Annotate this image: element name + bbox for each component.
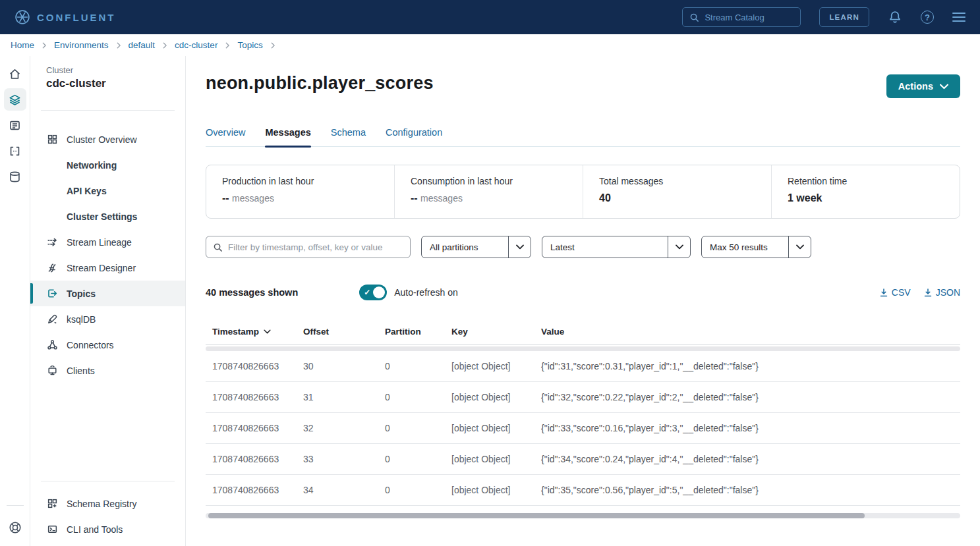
sidebar-item-label: Stream Designer xyxy=(67,263,136,273)
grid-icon xyxy=(46,134,58,145)
sidebar-item-label: Clients xyxy=(67,366,95,376)
topics-icon xyxy=(46,288,58,299)
column-header-partition[interactable]: Partition xyxy=(378,327,445,337)
chevron-right-icon xyxy=(225,42,230,49)
download-icon xyxy=(880,288,888,297)
tab-overview[interactable]: Overview xyxy=(206,127,245,146)
flink-icon[interactable] xyxy=(4,140,26,162)
messages-table: Timestamp Offset Partition Key Value 170… xyxy=(206,319,960,518)
database-icon[interactable] xyxy=(4,165,26,188)
table-row[interactable]: 1708740826663 31 0 [object Object] {"id"… xyxy=(206,382,960,413)
breadcrumb-link-cdc-cluster[interactable]: cdc-cluster xyxy=(175,40,217,50)
auto-refresh-label: Auto-refresh on xyxy=(394,287,458,298)
lineage-icon xyxy=(46,236,58,248)
cell-offset: 32 xyxy=(297,423,378,433)
sidebar-item-networking[interactable]: Networking xyxy=(30,152,185,178)
column-header-timestamp[interactable]: Timestamp xyxy=(206,327,297,337)
message-filters: All partitions Latest Max 50 results xyxy=(206,236,960,258)
table-top-scrollbar[interactable] xyxy=(206,346,960,351)
clients-monitor-icon xyxy=(46,365,58,376)
learn-button[interactable]: LEARN xyxy=(819,7,869,27)
sidebar-item-stream-lineage[interactable]: Stream Lineage xyxy=(30,229,185,255)
stat-consumption: Consumption in last hour -- messages xyxy=(395,165,583,218)
sidebar-item-ksqldb[interactable]: ksqlDB xyxy=(30,306,185,332)
table-row[interactable]: 1708740826663 33 0 [object Object] {"id"… xyxy=(206,444,960,475)
message-filter-input[interactable] xyxy=(228,242,403,252)
sidebar-item-connectors[interactable]: Connectors xyxy=(30,332,185,358)
cell-timestamp: 1708740826663 xyxy=(206,485,297,495)
table-row[interactable]: 1708740826663 30 0 [object Object] {"id"… xyxy=(206,351,960,382)
table-row[interactable]: 1708740826663 34 0 [object Object] {"id"… xyxy=(206,475,960,506)
notifications-bell-icon[interactable] xyxy=(888,10,902,24)
sidebar-item-cluster-settings[interactable]: Cluster Settings xyxy=(30,204,185,229)
breadcrumb-link-environments[interactable]: Environments xyxy=(54,40,109,50)
stream-catalog-search[interactable] xyxy=(682,7,801,27)
support-globe-icon[interactable] xyxy=(4,516,26,539)
chevron-down-icon xyxy=(668,236,690,258)
column-header-value[interactable]: Value xyxy=(534,327,960,337)
stat-total-messages: Total messages 40 xyxy=(583,165,772,218)
check-icon: ✓ xyxy=(364,288,370,297)
message-filter-search[interactable] xyxy=(206,236,411,258)
json-download-link[interactable]: JSON xyxy=(924,287,960,298)
scrollbar-thumb[interactable] xyxy=(208,513,865,518)
sort-caret-icon xyxy=(264,329,271,334)
page-title: neon.public.player_scores xyxy=(206,73,434,94)
confluent-brand[interactable]: CONFLUENT xyxy=(14,9,116,25)
actions-button[interactable]: Actions xyxy=(886,74,960,98)
order-select[interactable]: Latest xyxy=(542,236,691,258)
messages-count: 40 messages shown xyxy=(206,287,298,298)
sidebar-item-stream-designer[interactable]: Stream Designer xyxy=(30,255,185,281)
cell-offset: 31 xyxy=(297,392,378,402)
help-icon[interactable]: ? xyxy=(921,11,934,24)
table-row[interactable]: 1708740826663 32 0 [object Object] {"id"… xyxy=(206,413,960,444)
cell-offset: 30 xyxy=(297,361,378,371)
environment-stack-icon[interactable] xyxy=(4,88,26,111)
brand-name: CONFLUENT xyxy=(37,12,116,23)
home-icon[interactable] xyxy=(4,63,26,85)
sidebar-item-label: Topics xyxy=(67,288,96,299)
tab-configuration[interactable]: Configuration xyxy=(386,127,442,146)
horizontal-scrollbar[interactable] xyxy=(206,513,960,518)
sidebar-item-api-keys[interactable]: API Keys xyxy=(30,178,185,204)
breadcrumb-link-topics[interactable]: Topics xyxy=(237,40,262,50)
limit-select[interactable]: Max 50 results xyxy=(701,236,811,258)
sidebar-item-schema-registry[interactable]: Schema Registry xyxy=(30,491,185,516)
cluster-sidebar: Cluster cdc-cluster Cluster Overview Net… xyxy=(30,56,186,546)
cell-key: [object Object] xyxy=(445,485,534,495)
cell-value: {"id":34,"score":0.24,"player_id":4,"__d… xyxy=(534,454,960,464)
chevron-down-icon xyxy=(509,236,531,258)
sidebar-item-cli-and-tools[interactable]: CLI and Tools xyxy=(30,516,185,542)
partition-select[interactable]: All partitions xyxy=(421,236,531,258)
menu-hamburger-icon[interactable] xyxy=(952,13,966,22)
icon-rail xyxy=(0,56,30,546)
cell-value: {"id":35,"score":0.56,"player_id":5,"__d… xyxy=(534,485,960,495)
tab-schema[interactable]: Schema xyxy=(331,127,366,146)
rail-divider xyxy=(7,505,24,506)
toggle-knob xyxy=(373,287,385,298)
breadcrumb: Home Environments default cdc-cluster To… xyxy=(0,34,980,56)
sidebar-item-cluster-overview[interactable]: Cluster Overview xyxy=(30,126,185,152)
cell-timestamp: 1708740826663 xyxy=(206,392,297,402)
csv-download-link[interactable]: CSV xyxy=(880,287,911,298)
breadcrumb-link-default[interactable]: default xyxy=(129,40,156,50)
sidebar-divider xyxy=(41,481,175,481)
topic-stats-card: Production in last hour -- messages Cons… xyxy=(206,165,960,219)
notes-icon[interactable] xyxy=(4,114,26,136)
sidebar-item-label: API Keys xyxy=(67,186,107,196)
sidebar-item-label: ksqlDB xyxy=(67,314,96,325)
auto-refresh-toggle[interactable]: ✓ xyxy=(359,285,387,300)
cell-offset: 34 xyxy=(297,485,378,495)
breadcrumb-link-home[interactable]: Home xyxy=(11,40,34,50)
sidebar-item-topics[interactable]: Topics xyxy=(30,281,185,306)
tab-messages[interactable]: Messages xyxy=(265,127,310,146)
sidebar-item-clients[interactable]: Clients xyxy=(30,358,185,383)
sidebar-item-label: CLI and Tools xyxy=(67,524,123,535)
stream-catalog-input[interactable] xyxy=(705,13,793,22)
cluster-name: cdc-cluster xyxy=(30,75,185,90)
cell-key: [object Object] xyxy=(445,454,534,464)
confluent-logo-icon xyxy=(14,9,30,25)
column-header-key[interactable]: Key xyxy=(445,327,534,337)
schema-registry-icon xyxy=(46,498,58,509)
column-header-offset[interactable]: Offset xyxy=(297,327,378,337)
